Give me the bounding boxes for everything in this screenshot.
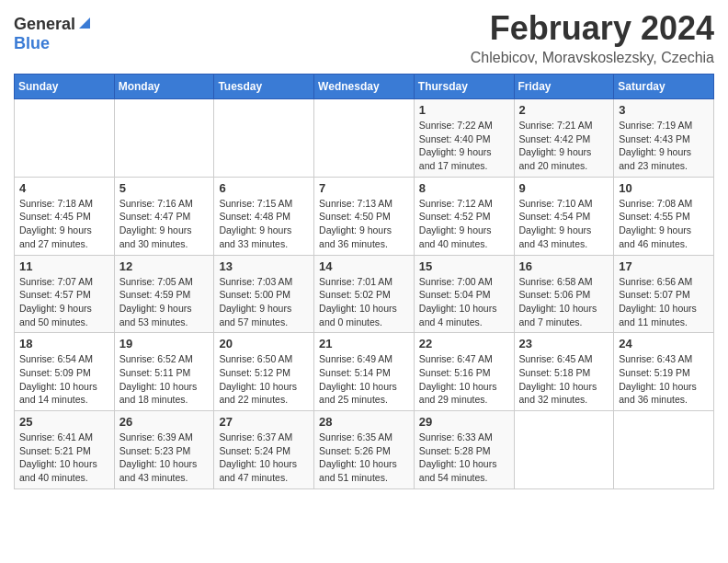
day-info: Sunrise: 7:18 AM Sunset: 4:45 PM Dayligh… <box>19 197 109 251</box>
day-number: 13 <box>219 259 309 273</box>
calendar-cell: 8Sunrise: 7:12 AM Sunset: 4:52 PM Daylig… <box>414 177 514 255</box>
calendar-cell <box>114 99 214 178</box>
day-info: Sunrise: 7:07 AM Sunset: 4:57 PM Dayligh… <box>19 275 109 329</box>
day-info: Sunrise: 6:39 AM Sunset: 5:23 PM Dayligh… <box>119 431 210 485</box>
day-number: 26 <box>119 415 210 429</box>
day-number: 7 <box>319 181 409 195</box>
day-info: Sunrise: 6:52 AM Sunset: 5:11 PM Dayligh… <box>119 352 210 407</box>
calendar-cell <box>214 99 314 178</box>
calendar-cell: 15Sunrise: 7:00 AM Sunset: 5:04 PM Dayli… <box>414 255 514 333</box>
calendar-cell: 2Sunrise: 7:21 AM Sunset: 4:42 PM Daylig… <box>514 99 614 178</box>
day-number: 22 <box>419 337 509 350</box>
day-number: 4 <box>19 181 109 195</box>
day-number: 6 <box>219 181 309 195</box>
calendar-cell: 9Sunrise: 7:10 AM Sunset: 4:54 PM Daylig… <box>514 177 614 255</box>
day-info: Sunrise: 6:56 AM Sunset: 5:07 PM Dayligh… <box>619 275 709 329</box>
day-info: Sunrise: 6:45 AM Sunset: 5:18 PM Dayligh… <box>519 352 609 407</box>
day-number: 15 <box>419 259 509 273</box>
day-number: 14 <box>319 259 409 273</box>
weekday-header-tuesday: Tuesday <box>214 75 314 99</box>
day-number: 20 <box>219 337 309 350</box>
week-row-1: 1Sunrise: 7:22 AM Sunset: 4:40 PM Daylig… <box>15 99 714 178</box>
day-number: 23 <box>519 337 609 350</box>
calendar-cell: 18Sunrise: 6:54 AM Sunset: 5:09 PM Dayli… <box>15 333 115 411</box>
month-title: February 2024 <box>471 9 714 48</box>
day-info: Sunrise: 7:22 AM Sunset: 4:40 PM Dayligh… <box>419 119 509 173</box>
weekday-header-saturday: Saturday <box>614 75 714 99</box>
day-info: Sunrise: 7:00 AM Sunset: 5:04 PM Dayligh… <box>419 275 509 329</box>
day-number: 27 <box>219 415 309 429</box>
day-info: Sunrise: 7:19 AM Sunset: 4:43 PM Dayligh… <box>619 119 709 173</box>
day-number: 29 <box>419 415 509 429</box>
day-number: 25 <box>19 415 109 429</box>
day-info: Sunrise: 6:47 AM Sunset: 5:16 PM Dayligh… <box>419 352 509 407</box>
svg-marker-0 <box>79 17 90 29</box>
calendar-cell: 12Sunrise: 7:05 AM Sunset: 4:59 PM Dayli… <box>114 255 214 333</box>
week-row-5: 25Sunrise: 6:41 AM Sunset: 5:21 PM Dayli… <box>15 411 714 489</box>
day-number: 21 <box>319 337 409 350</box>
day-info: Sunrise: 7:12 AM Sunset: 4:52 PM Dayligh… <box>419 197 509 251</box>
calendar-cell: 14Sunrise: 7:01 AM Sunset: 5:02 PM Dayli… <box>314 255 415 333</box>
calendar-cell: 17Sunrise: 6:56 AM Sunset: 5:07 PM Dayli… <box>614 255 714 333</box>
calendar-cell: 20Sunrise: 6:50 AM Sunset: 5:12 PM Dayli… <box>214 333 314 411</box>
day-info: Sunrise: 6:37 AM Sunset: 5:24 PM Dayligh… <box>219 431 309 485</box>
calendar-cell: 22Sunrise: 6:47 AM Sunset: 5:16 PM Dayli… <box>414 333 514 411</box>
day-number: 9 <box>519 181 609 195</box>
day-number: 28 <box>319 415 409 429</box>
day-info: Sunrise: 7:01 AM Sunset: 5:02 PM Dayligh… <box>319 275 409 329</box>
day-info: Sunrise: 7:03 AM Sunset: 5:00 PM Dayligh… <box>219 275 309 329</box>
weekday-header-monday: Monday <box>114 75 214 99</box>
day-number: 5 <box>119 181 210 195</box>
day-number: 1 <box>419 103 509 117</box>
day-number: 18 <box>19 337 109 350</box>
calendar-cell: 4Sunrise: 7:18 AM Sunset: 4:45 PM Daylig… <box>15 177 115 255</box>
day-number: 24 <box>619 337 709 350</box>
day-info: Sunrise: 6:41 AM Sunset: 5:21 PM Dayligh… <box>19 431 109 485</box>
day-info: Sunrise: 6:50 AM Sunset: 5:12 PM Dayligh… <box>219 352 309 407</box>
day-info: Sunrise: 7:08 AM Sunset: 4:55 PM Dayligh… <box>619 197 709 251</box>
day-info: Sunrise: 7:10 AM Sunset: 4:54 PM Dayligh… <box>519 197 609 251</box>
day-number: 11 <box>19 259 109 273</box>
day-info: Sunrise: 6:54 AM Sunset: 5:09 PM Dayligh… <box>19 352 109 407</box>
day-number: 19 <box>119 337 210 350</box>
day-info: Sunrise: 6:43 AM Sunset: 5:19 PM Dayligh… <box>619 352 709 407</box>
day-info: Sunrise: 6:35 AM Sunset: 5:26 PM Dayligh… <box>319 431 409 485</box>
calendar-cell: 10Sunrise: 7:08 AM Sunset: 4:55 PM Dayli… <box>614 177 714 255</box>
calendar-cell: 19Sunrise: 6:52 AM Sunset: 5:11 PM Dayli… <box>114 333 214 411</box>
weekday-header-row: SundayMondayTuesdayWednesdayThursdayFrid… <box>15 75 714 99</box>
logo-general-text: General <box>14 15 75 34</box>
week-row-3: 11Sunrise: 7:07 AM Sunset: 4:57 PM Dayli… <box>15 255 714 333</box>
calendar-cell <box>614 411 714 489</box>
week-row-4: 18Sunrise: 6:54 AM Sunset: 5:09 PM Dayli… <box>15 333 714 411</box>
day-number: 10 <box>619 181 709 195</box>
location-title: Chlebicov, Moravskoslezsky, Czechia <box>471 50 714 66</box>
day-number: 12 <box>119 259 210 273</box>
weekday-header-sunday: Sunday <box>15 75 115 99</box>
calendar-cell: 11Sunrise: 7:07 AM Sunset: 4:57 PM Dayli… <box>15 255 115 333</box>
weekday-header-thursday: Thursday <box>414 75 514 99</box>
day-number: 2 <box>519 103 609 117</box>
header: General Blue February 2024 Chlebicov, Mo… <box>14 9 714 66</box>
calendar-cell: 23Sunrise: 6:45 AM Sunset: 5:18 PM Dayli… <box>514 333 614 411</box>
calendar-cell <box>514 411 614 489</box>
calendar-table: SundayMondayTuesdayWednesdayThursdayFrid… <box>14 74 714 489</box>
day-info: Sunrise: 6:58 AM Sunset: 5:06 PM Dayligh… <box>519 275 609 329</box>
day-info: Sunrise: 6:33 AM Sunset: 5:28 PM Dayligh… <box>419 431 509 485</box>
calendar-cell: 26Sunrise: 6:39 AM Sunset: 5:23 PM Dayli… <box>114 411 214 489</box>
calendar-cell: 24Sunrise: 6:43 AM Sunset: 5:19 PM Dayli… <box>614 333 714 411</box>
calendar-cell: 25Sunrise: 6:41 AM Sunset: 5:21 PM Dayli… <box>15 411 115 489</box>
week-row-2: 4Sunrise: 7:18 AM Sunset: 4:45 PM Daylig… <box>15 177 714 255</box>
day-info: Sunrise: 7:13 AM Sunset: 4:50 PM Dayligh… <box>319 197 409 251</box>
day-number: 3 <box>619 103 709 117</box>
logo: General Blue <box>14 15 92 53</box>
calendar-cell: 5Sunrise: 7:16 AM Sunset: 4:47 PM Daylig… <box>114 177 214 255</box>
calendar-cell: 28Sunrise: 6:35 AM Sunset: 5:26 PM Dayli… <box>314 411 415 489</box>
calendar-cell: 1Sunrise: 7:22 AM Sunset: 4:40 PM Daylig… <box>414 99 514 178</box>
day-number: 17 <box>619 259 709 273</box>
day-info: Sunrise: 7:15 AM Sunset: 4:48 PM Dayligh… <box>219 197 309 251</box>
weekday-header-wednesday: Wednesday <box>314 75 415 99</box>
calendar-cell: 21Sunrise: 6:49 AM Sunset: 5:14 PM Dayli… <box>314 333 415 411</box>
calendar-cell: 27Sunrise: 6:37 AM Sunset: 5:24 PM Dayli… <box>214 411 314 489</box>
calendar-cell: 3Sunrise: 7:19 AM Sunset: 4:43 PM Daylig… <box>614 99 714 178</box>
calendar-cell <box>314 99 415 178</box>
